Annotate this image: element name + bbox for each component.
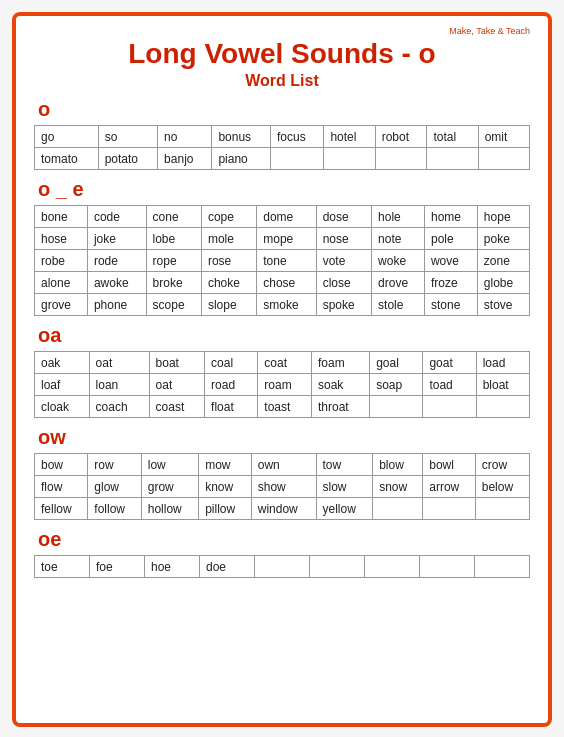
table-cell — [478, 148, 529, 170]
table-cell: dome — [257, 206, 316, 228]
table-cell: omit — [478, 126, 529, 148]
table-cell: choke — [201, 272, 256, 294]
table-cell: note — [372, 228, 425, 250]
table-cell — [475, 556, 530, 578]
table-cell: zone — [477, 250, 529, 272]
page-container: Make, Take & Teach Long Vowel Sounds - o… — [12, 12, 552, 727]
table-cell: grove — [35, 294, 88, 316]
main-title: Long Vowel Sounds - o — [34, 38, 530, 70]
table-cell: slope — [201, 294, 256, 316]
table-cell: stole — [372, 294, 425, 316]
table-cell: doe — [200, 556, 255, 578]
table-cell: boat — [149, 352, 205, 374]
table-row: cloakcoachcoastfloattoastthroat — [35, 396, 530, 418]
table-cell: row — [88, 454, 141, 476]
section-table-2: oakoatboatcoalcoatfoamgoalgoatloadloaflo… — [34, 351, 530, 418]
table-cell: oat — [89, 352, 149, 374]
table-cell: soak — [312, 374, 370, 396]
table-cell — [423, 396, 476, 418]
watermark-text: Make, Take & Teach — [34, 26, 530, 36]
table-cell: tone — [257, 250, 316, 272]
table-cell: home — [424, 206, 477, 228]
table-cell: bone — [35, 206, 88, 228]
table-cell: roam — [258, 374, 312, 396]
table-cell: fellow — [35, 498, 88, 520]
table-cell: hollow — [141, 498, 198, 520]
section-table-4: toefoehoedoe — [34, 555, 530, 578]
table-cell: nose — [316, 228, 371, 250]
table-cell: robe — [35, 250, 88, 272]
table-cell: slow — [316, 476, 373, 498]
table-cell: stone — [424, 294, 477, 316]
table-cell: low — [141, 454, 198, 476]
table-row: bonecodeconecopedomedoseholehomehope — [35, 206, 530, 228]
table-cell: cloak — [35, 396, 90, 418]
table-cell — [427, 148, 478, 170]
table-row: grovephonescopeslopesmokespokestolestone… — [35, 294, 530, 316]
table-cell: throat — [312, 396, 370, 418]
table-cell: hole — [372, 206, 425, 228]
section-label-3: ow — [38, 426, 530, 449]
table-cell: float — [205, 396, 258, 418]
table-row: aloneawokebrokechokechoseclosedrovefroze… — [35, 272, 530, 294]
table-cell: mope — [257, 228, 316, 250]
table-cell: tomato — [35, 148, 99, 170]
table-cell: foam — [312, 352, 370, 374]
table-cell: bloat — [476, 374, 529, 396]
table-cell — [255, 556, 310, 578]
table-cell: goat — [423, 352, 476, 374]
table-row: tomatopotatobanjopiano — [35, 148, 530, 170]
table-cell: oak — [35, 352, 90, 374]
table-row: fellowfollowhollowpillowwindowyellow — [35, 498, 530, 520]
table-cell: glow — [88, 476, 141, 498]
table-cell: smoke — [257, 294, 316, 316]
table-cell: know — [199, 476, 252, 498]
table-cell: toe — [35, 556, 90, 578]
table-cell: rose — [201, 250, 256, 272]
table-cell: goal — [370, 352, 423, 374]
table-cell: bonus — [212, 126, 271, 148]
table-cell: stove — [477, 294, 529, 316]
table-cell: hope — [477, 206, 529, 228]
table-cell: potato — [98, 148, 157, 170]
table-cell — [375, 148, 427, 170]
table-cell: oat — [149, 374, 205, 396]
table-cell — [365, 556, 420, 578]
table-row: loafloanoatroadroamsoaksoaptoadbloat — [35, 374, 530, 396]
table-cell: bowl — [423, 454, 476, 476]
table-cell: bow — [35, 454, 88, 476]
table-cell: piano — [212, 148, 271, 170]
table-cell: no — [158, 126, 212, 148]
table-cell: soap — [370, 374, 423, 396]
table-cell: snow — [373, 476, 423, 498]
table-cell: mole — [201, 228, 256, 250]
table-cell: go — [35, 126, 99, 148]
table-cell: globe — [477, 272, 529, 294]
table-cell: coast — [149, 396, 205, 418]
table-cell: road — [205, 374, 258, 396]
table-cell: spoke — [316, 294, 371, 316]
table-row: toefoehoedoe — [35, 556, 530, 578]
table-cell: follow — [88, 498, 141, 520]
sub-title: Word List — [34, 72, 530, 90]
table-cell: hotel — [324, 126, 375, 148]
table-cell: mow — [199, 454, 252, 476]
table-cell: crow — [475, 454, 529, 476]
table-cell: loan — [89, 374, 149, 396]
table-row: flowglowgrowknowshowslowsnowarrowbelow — [35, 476, 530, 498]
table-cell: total — [427, 126, 478, 148]
table-cell: robot — [375, 126, 427, 148]
table-cell — [420, 556, 475, 578]
table-cell: rode — [87, 250, 146, 272]
table-cell: so — [98, 126, 157, 148]
section-label-4: oe — [38, 528, 530, 551]
table-cell: focus — [271, 126, 324, 148]
table-cell: flow — [35, 476, 88, 498]
table-cell: coat — [258, 352, 312, 374]
table-cell: foe — [90, 556, 145, 578]
table-cell: chose — [257, 272, 316, 294]
table-cell — [373, 498, 423, 520]
table-cell: show — [251, 476, 316, 498]
table-cell: yellow — [316, 498, 373, 520]
table-cell: coal — [205, 352, 258, 374]
